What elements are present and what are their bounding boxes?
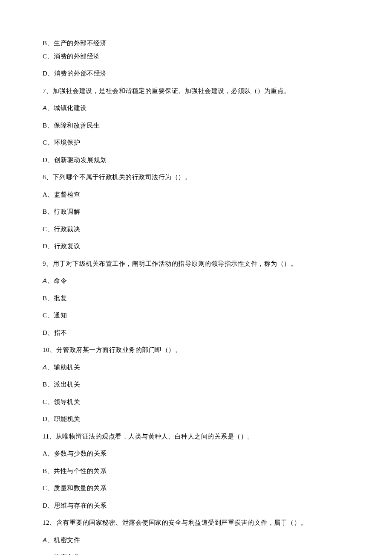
question-9: 9、用于对下级机关布置工作，阐明工作活动的指导原则的领导指示性文件，称为（）。	[43, 259, 349, 269]
option-b: B、派出机关	[43, 380, 349, 389]
option-d: D、思维与存在的关系	[43, 501, 349, 511]
option-b: B、生产的外部不经济	[43, 38, 349, 48]
option-b: B、秘密文件	[43, 552, 349, 555]
option-text: 、辅助机关	[47, 364, 81, 371]
option-a: A、命令	[43, 276, 349, 286]
document-page: B、生产的外部不经济 C、消费的外部经济 D、消费的外部不经济 7、加强社会建设…	[0, 0, 392, 555]
option-c: C、环境保护	[43, 138, 349, 148]
option-a: A、多数与少数的关系	[43, 449, 349, 459]
option-d: D、创新驱动发展规划	[43, 155, 349, 165]
option-b: B、保障和改善民生	[43, 121, 349, 131]
italic-letter: A	[43, 536, 47, 543]
italic-letter: A	[43, 104, 47, 111]
italic-letter: A	[43, 363, 47, 371]
option-d: D、职能机关	[43, 414, 349, 424]
option-a: A、机密文件	[43, 535, 349, 545]
option-a: A、城镇化建设	[43, 103, 349, 113]
question-7: 7、加强社会建设，是社会和谐稳定的重要保证。加强社会建设，必须以（）为重点。	[43, 86, 349, 96]
option-c: C、通知	[43, 311, 349, 320]
question-12: 12、含有重要的国家秘密、泄露会使国家的安全与利益遭受到严重损害的文件，属于（）…	[43, 518, 349, 528]
question-11: 11、从唯物辩证法的观点看，人类与黄种人、白种人之间的关系是（）。	[43, 432, 349, 442]
option-d: D、行政复议	[43, 241, 349, 251]
option-a: A、监督检查	[43, 190, 349, 200]
option-text: 、命令	[47, 277, 67, 284]
option-b: B、批复	[43, 293, 349, 303]
option-text: 、机密文件	[47, 537, 81, 543]
italic-letter: A	[43, 277, 47, 284]
option-c: C、消费的外部经济	[43, 52, 349, 61]
option-c: C、行政裁决	[43, 224, 349, 234]
option-b: B、共性与个性的关系	[43, 466, 349, 476]
option-a: A、辅助机关	[43, 363, 349, 372]
option-text: 、城镇化建设	[47, 105, 87, 111]
option-c: C、质量和数量的关系	[43, 483, 349, 493]
option-c: C、领导机关	[43, 397, 349, 407]
question-10: 10、分管政府某一方面行政业务的部门即（）。	[43, 345, 349, 355]
option-d: D、消费的外部不经济	[43, 69, 349, 78]
option-d: D、指不	[43, 328, 349, 338]
option-b: B、行政调解	[43, 207, 349, 217]
question-8: 8、下列哪个不属于行政机关的行政司法行为（）。	[43, 172, 349, 182]
